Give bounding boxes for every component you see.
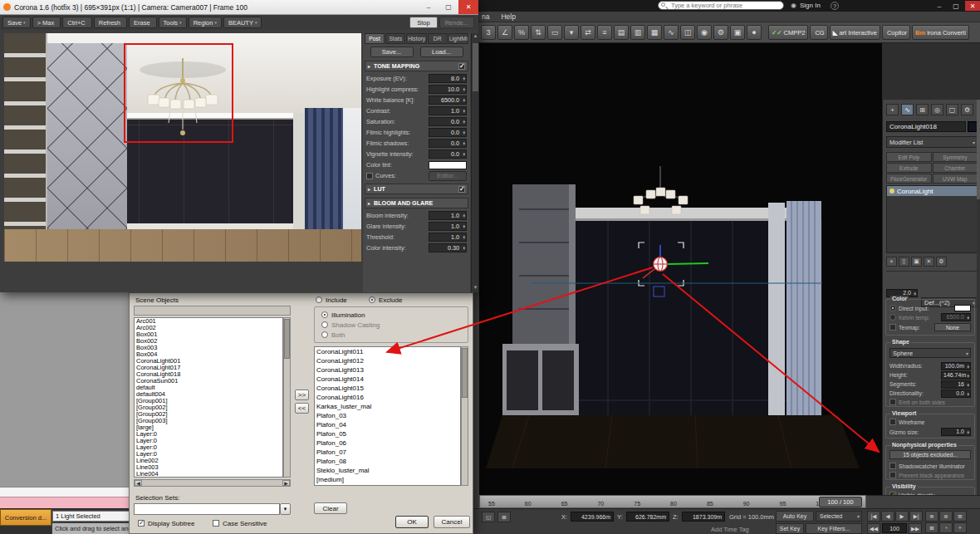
scene-object-item[interactable]: [Group001] bbox=[135, 398, 282, 404]
toolbar-script-button[interactable]: Bmirona Converti bbox=[912, 25, 969, 40]
scene-object-item[interactable]: default bbox=[135, 385, 282, 391]
vfb-channel-dropdown[interactable]: BEAUTY▾ bbox=[223, 17, 262, 28]
vfb-close-button[interactable]: ✕ bbox=[458, 0, 478, 14]
next-frame-icon[interactable]: ▶▶ bbox=[909, 523, 922, 534]
vfb-maximize-button[interactable]: ▢ bbox=[439, 0, 458, 14]
texmap-checkbox[interactable] bbox=[889, 324, 896, 331]
scene-object-item[interactable]: Layer:0 bbox=[135, 444, 282, 451]
modifier-preset-button[interactable]: Symmetry bbox=[933, 152, 978, 162]
excluded-object-item[interactable]: Plafon_08 bbox=[315, 457, 460, 466]
play-icon[interactable]: ▶ bbox=[895, 511, 909, 522]
param-spinner[interactable]: 146.74m bbox=[941, 371, 971, 380]
move-right-button[interactable]: >> bbox=[295, 389, 309, 400]
toolbar-script-button[interactable]: ✓✓CMPP2 bbox=[768, 25, 808, 40]
scene-object-item[interactable]: Box004 bbox=[135, 351, 282, 358]
excluded-object-item[interactable]: Plafon_06 bbox=[315, 438, 460, 448]
shadowcatcher-checkbox[interactable] bbox=[889, 463, 896, 469]
excluded-object-item[interactable]: Plafon_05 bbox=[315, 429, 460, 438]
exclude-objects-button[interactable]: 15 objects excluded... bbox=[889, 450, 971, 459]
lut-header[interactable]: ▸ LUT bbox=[365, 184, 468, 194]
case-sensitive-checkbox[interactable] bbox=[213, 520, 219, 527]
utilities-tab-icon[interactable]: ⚙ bbox=[961, 104, 973, 115]
configure-modifier-sets-icon[interactable]: ⚙ bbox=[936, 257, 947, 267]
scene-object-item[interactable]: Arc001 bbox=[135, 318, 282, 325]
maxscript-listener-white[interactable] bbox=[0, 487, 129, 497]
track-bar[interactable]: 556065707580859095100 100 / 100 bbox=[479, 495, 866, 508]
render-production-icon[interactable]: ● bbox=[747, 25, 762, 40]
layer-explorer-icon[interactable]: ▥ bbox=[630, 25, 645, 40]
vfb-field-spinner[interactable]: 1.0 bbox=[429, 211, 467, 220]
vfb-region-button[interactable]: Region▾ bbox=[189, 17, 222, 28]
schematic-view-icon[interactable]: ◫ bbox=[680, 25, 695, 40]
coord-z-field[interactable]: 1873.309m bbox=[682, 512, 725, 522]
conversion-script-button[interactable]: Conversion d... bbox=[0, 509, 51, 526]
show-end-result-icon[interactable]: ▯ bbox=[899, 257, 909, 267]
excluded-object-item[interactable]: CoronaLight012 bbox=[315, 356, 460, 365]
panel-scrollbar[interactable] bbox=[977, 100, 980, 534]
vfb-field-spinner[interactable]: 8.0 bbox=[429, 74, 467, 83]
rendered-frame-window-icon[interactable]: ▣ bbox=[730, 25, 745, 40]
both-radio[interactable] bbox=[321, 331, 328, 338]
clear-button[interactable]: Clear bbox=[314, 502, 347, 514]
coord-x-field[interactable]: 4239.966m bbox=[571, 512, 614, 522]
set-key-button[interactable]: Set Key bbox=[776, 523, 804, 534]
scene-object-item[interactable]: [Group002] bbox=[135, 404, 282, 411]
modifier-preset-button[interactable]: UVW Map bbox=[933, 174, 978, 184]
zoom-all-icon[interactable]: ⊚ bbox=[939, 511, 953, 522]
modifier-preset-button[interactable]: FloorGenerator bbox=[886, 174, 932, 184]
scene-object-item[interactable]: CoronaLight017 bbox=[135, 365, 282, 371]
vfb-field-spinner[interactable]: 1.0 bbox=[429, 106, 467, 115]
vfb-field-spinner[interactable]: 0.30 bbox=[429, 243, 467, 252]
toolbar-script-button[interactable]: CG bbox=[810, 25, 827, 40]
excluded-object-item[interactable]: CoronaLight015 bbox=[315, 384, 460, 393]
vfb-tab[interactable]: LightMix bbox=[448, 33, 468, 44]
previous-key-icon[interactable]: ◀ bbox=[881, 511, 894, 522]
vfb-titlebar[interactable]: Corona 1.6 (hotfix 3) | 695×391px (1:1) … bbox=[0, 0, 478, 15]
key-filters-button[interactable]: Key Filters... bbox=[806, 523, 862, 534]
motion-tab-icon[interactable]: ◎ bbox=[931, 104, 943, 115]
vfb-copy-to-max-button[interactable]: > Max bbox=[32, 17, 61, 28]
pan-icon[interactable]: + bbox=[953, 522, 967, 533]
previous-frame-icon[interactable]: ◀◀ bbox=[867, 523, 880, 534]
rendered-image[interactable] bbox=[4, 33, 361, 262]
vfb-field-spinner[interactable]: 0.0 bbox=[429, 139, 467, 148]
excluded-object-item[interactable]: Plafon_03 bbox=[315, 411, 460, 420]
scene-object-item[interactable]: Layer:0 bbox=[135, 438, 282, 444]
scene-object-item[interactable]: CoronaSun001 bbox=[135, 378, 282, 385]
excluded-object-item[interactable]: Plafon_04 bbox=[315, 420, 460, 429]
selection-sets-arrow-icon[interactable]: ▼ bbox=[280, 503, 291, 515]
param-spinner[interactable]: 100.0m bbox=[941, 362, 971, 370]
go-to-start-icon[interactable]: |◀ bbox=[867, 511, 880, 522]
spinner-snap-icon[interactable]: ⇅ bbox=[531, 25, 546, 40]
excluded-object-item[interactable]: CoronaLight013 bbox=[315, 365, 460, 375]
toolbar-script-button[interactable]: ◣art Interactive bbox=[830, 25, 880, 40]
scene-object-item[interactable]: Box003 bbox=[135, 345, 282, 351]
vfb-stop-button[interactable]: Stop bbox=[409, 17, 437, 28]
scene-object-item[interactable]: [Group002] bbox=[135, 411, 282, 418]
gizmo-size-spinner[interactable]: 1.0 bbox=[941, 428, 971, 436]
time-slider[interactable]: 100 / 100 bbox=[819, 497, 862, 507]
scene-object-item[interactable]: [Group003] bbox=[135, 418, 282, 424]
named-selection-sets-dropdown[interactable]: ▾ bbox=[564, 25, 579, 40]
selection-sets-dropdown[interactable] bbox=[134, 503, 280, 515]
camera-viewport[interactable] bbox=[479, 43, 882, 497]
scroll-up-icon[interactable]: ▲ bbox=[472, 33, 479, 41]
cancel-button[interactable]: Cancel bbox=[434, 516, 470, 528]
vfb-field-spinner[interactable]: 0.0 bbox=[429, 149, 467, 159]
vfb-tab[interactable]: Stats bbox=[385, 33, 405, 44]
modifier-preset-button[interactable]: Edit Poly bbox=[886, 152, 932, 162]
scene-object-item[interactable]: Box002 bbox=[135, 338, 282, 345]
material-editor-icon[interactable]: ◉ bbox=[697, 25, 712, 40]
param-spinner[interactable]: 16 bbox=[941, 380, 971, 389]
minimize-button[interactable]: – bbox=[932, 1, 947, 11]
vfb-tab[interactable]: Post bbox=[365, 33, 385, 44]
object-name-field[interactable]: CoronaLight018 bbox=[886, 121, 966, 132]
mirror-icon[interactable]: ⇄ bbox=[581, 25, 595, 40]
ribbon-toggle-icon[interactable]: ▦ bbox=[647, 25, 662, 40]
scene-object-item[interactable]: Arc002 bbox=[135, 325, 282, 331]
selection-lock-icon[interactable]: ⊠ bbox=[497, 512, 511, 522]
left-list-scrollbar[interactable] bbox=[283, 317, 291, 478]
param-spinner[interactable]: 0.0 bbox=[941, 389, 971, 398]
scroll-left-icon[interactable]: ◀ bbox=[135, 480, 142, 486]
go-to-end-icon[interactable]: ▶| bbox=[909, 511, 923, 522]
